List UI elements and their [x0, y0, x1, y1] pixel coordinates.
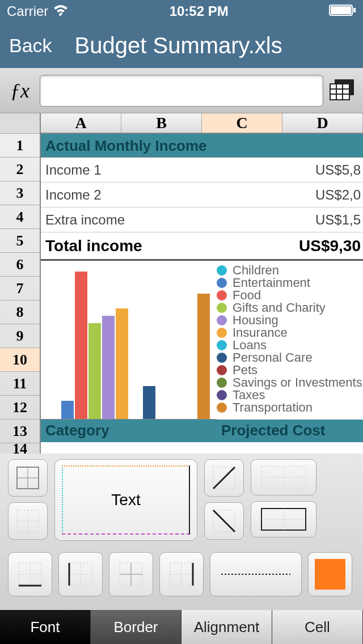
- row-header[interactable]: 12: [0, 396, 40, 420]
- sheets-icon[interactable]: [329, 79, 357, 102]
- row-header[interactable]: 6: [0, 253, 40, 277]
- nav-bar: Back Budget Summary.xls: [0, 23, 363, 68]
- col-header[interactable]: D: [282, 113, 363, 133]
- border-outline-button[interactable]: [251, 501, 316, 537]
- back-button[interactable]: Back: [9, 35, 52, 57]
- svg-line-16: [213, 467, 235, 489]
- tab-alignment[interactable]: Alignment: [182, 610, 272, 644]
- row-header[interactable]: 5: [0, 229, 40, 253]
- row-value: US$1,5: [315, 212, 363, 228]
- chart-bar: [75, 272, 87, 419]
- chart-bar: [116, 308, 128, 419]
- border-bottom-button[interactable]: [8, 552, 52, 596]
- border-diag-down-button[interactable]: [204, 502, 244, 540]
- total-value: US$9,30: [299, 237, 363, 255]
- row-header[interactable]: 1: [0, 134, 40, 158]
- col-header[interactable]: B: [121, 113, 202, 133]
- status-bar: Carrier 10:52 PM: [0, 0, 363, 23]
- border-inside-button[interactable]: [109, 552, 153, 596]
- chart-bar: [197, 294, 210, 419]
- legend-item: Entertainment: [217, 277, 363, 289]
- row-header[interactable]: 8: [0, 300, 40, 324]
- document-title: Budget Summary.xls: [75, 33, 282, 58]
- format-panel: Text: [0, 454, 363, 610]
- color-swatch: [315, 559, 345, 590]
- border-right-button[interactable]: [159, 552, 204, 596]
- row-label: Income 2: [41, 187, 315, 203]
- data-row[interactable]: Extra incomeUS$1,5: [41, 207, 363, 232]
- chart-bar: [88, 323, 101, 419]
- tab-border[interactable]: Border: [91, 610, 182, 644]
- col-header[interactable]: A: [41, 113, 121, 133]
- row-header[interactable]: 2: [0, 158, 40, 181]
- format-tabs: Font Border Alignment Cell: [0, 610, 363, 644]
- battery-icon: [329, 3, 356, 19]
- row-header[interactable]: 9: [0, 324, 40, 348]
- row-header[interactable]: 11: [0, 372, 40, 396]
- total-label: Total income: [41, 237, 299, 255]
- clock: 10:52 PM: [170, 3, 229, 19]
- legend-item: Personal Care: [217, 351, 363, 364]
- tab-font[interactable]: Font: [0, 610, 91, 644]
- chart-bar: [102, 316, 115, 419]
- chart[interactable]: ChildrenEntertainmentFoodGifts and Chari…: [41, 261, 363, 420]
- chart-legend: ChildrenEntertainmentFoodGifts and Chari…: [217, 261, 363, 420]
- chart-bar: [61, 401, 74, 420]
- border-none-button[interactable]: [8, 502, 48, 540]
- row-value: US$5,8: [315, 162, 363, 178]
- row-value: US$2,0: [315, 187, 363, 203]
- legend-item: Food: [217, 289, 363, 302]
- border-preview: Text: [54, 459, 197, 541]
- row-header[interactable]: 4: [0, 205, 40, 229]
- projected-col: Projected Cost: [217, 420, 330, 442]
- border-left-button[interactable]: [58, 552, 103, 596]
- legend-item: Transportation: [217, 401, 363, 414]
- row-header[interactable]: 14: [0, 443, 40, 454]
- column-headers: ABCD: [41, 113, 363, 134]
- wifi-icon: [53, 3, 69, 19]
- data-row[interactable]: Income 1US$5,8: [41, 158, 363, 183]
- spreadsheet: 1234567891011121314 ABCD Actual Monthly …: [0, 113, 363, 454]
- row-header[interactable]: 3: [0, 181, 40, 205]
- svg-rect-1: [353, 8, 356, 12]
- section-header[interactable]: Actual Monthly Income: [41, 134, 363, 158]
- formula-bar: ƒx: [0, 68, 363, 113]
- legend-item: Insurance: [217, 327, 363, 339]
- fx-label: ƒx: [6, 79, 34, 103]
- legend-item: Pets: [217, 364, 363, 376]
- carrier-label: Carrier: [7, 3, 48, 19]
- border-color-button[interactable]: [308, 552, 352, 596]
- data-row[interactable]: Income 2US$2,0: [41, 183, 363, 207]
- formula-input[interactable]: [40, 75, 323, 107]
- row-header[interactable]: 10: [0, 348, 40, 372]
- row-headers: 1234567891011121314: [0, 113, 41, 454]
- svg-rect-2: [331, 6, 351, 14]
- legend-item: Loans: [217, 339, 363, 351]
- tab-cell[interactable]: Cell: [272, 610, 363, 644]
- border-inside-h-button[interactable]: [251, 459, 316, 495]
- category-header-row[interactable]: Category Projected Cost: [41, 420, 363, 442]
- chart-bar: [143, 386, 155, 420]
- legend-item: Housing: [217, 314, 363, 327]
- svg-rect-4: [330, 84, 349, 100]
- border-style-button[interactable]: [210, 552, 302, 596]
- border-all-button[interactable]: [8, 459, 48, 497]
- svg-line-18: [213, 510, 235, 532]
- row-label: Extra income: [41, 212, 315, 228]
- legend-item: Taxes: [217, 389, 363, 401]
- row-header[interactable]: 7: [0, 277, 40, 300]
- border-diag-up-button[interactable]: [204, 459, 244, 497]
- corner-cell[interactable]: [0, 113, 40, 134]
- preview-text: Text: [111, 491, 140, 509]
- total-row[interactable]: Total income US$9,30: [41, 232, 363, 261]
- legend-item: Gifts and Charity: [217, 302, 363, 314]
- legend-item: Savings or Investments: [217, 376, 363, 389]
- category-col: Category: [41, 420, 217, 442]
- legend-item: Children: [217, 264, 363, 277]
- row-label: Income 1: [41, 162, 315, 178]
- col-header[interactable]: C: [202, 113, 282, 133]
